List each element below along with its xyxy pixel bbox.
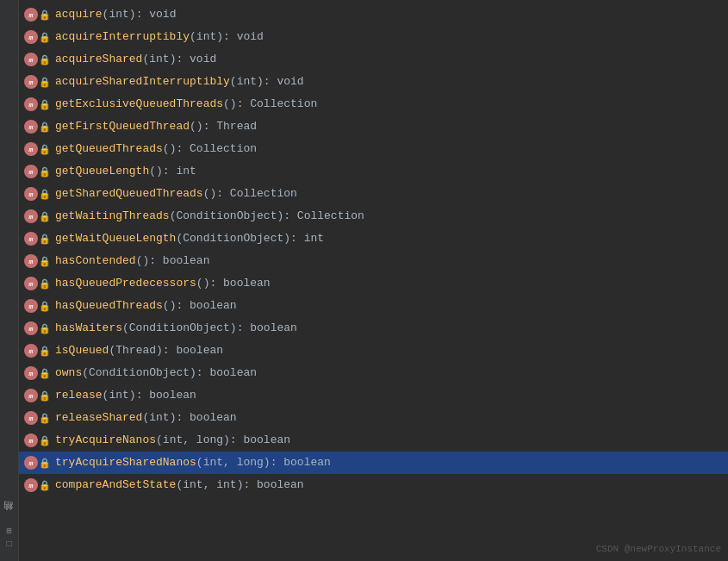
method-icon [24, 232, 38, 246]
method-params: () [149, 165, 163, 178]
method-params: (int) [190, 30, 223, 43]
method-icon [24, 30, 38, 44]
lock-icon: 🔒 [40, 323, 50, 333]
method-return: : boolean [237, 321, 297, 334]
method-icon [24, 142, 38, 156]
method-name: compareAndSetState [55, 478, 176, 491]
method-return: : boolean [271, 456, 331, 469]
method-signature: getWaitQueueLength(ConditionObject): int [55, 230, 324, 247]
method-row[interactable]: 🔒hasQueuedPredecessors(): boolean [19, 272, 728, 295]
lock-icon: 🔒 [40, 480, 50, 490]
method-row[interactable]: 🔒hasQueuedThreads(): boolean [19, 295, 728, 317]
method-return: : Collection [176, 142, 257, 155]
method-icon [24, 254, 38, 268]
method-signature: getSharedQueuedThreads(): Collection [55, 185, 297, 203]
method-return: : boolean [136, 389, 196, 402]
method-params: (ConditionObject) [176, 232, 290, 245]
method-row[interactable]: 🔒tryAcquireSharedNanos(int, long): boole… [19, 452, 728, 474]
method-signature: acquireInterruptibly(int): void [55, 28, 264, 46]
method-params: (int) [142, 53, 176, 65]
method-row[interactable]: 🔒getQueuedThreads(): Collection [19, 138, 728, 160]
method-row[interactable]: 🔒getWaitingThreads(ConditionObject): Col… [19, 205, 728, 228]
method-icon [24, 321, 38, 335]
method-icon [24, 366, 38, 380]
method-return: : Collection [216, 187, 297, 200]
method-row[interactable]: 🔒getExclusiveQueuedThreads(): Collection [19, 93, 728, 115]
method-params: (int, long) [156, 433, 230, 446]
method-params: () [163, 299, 177, 312]
method-signature: compareAndSetState(int, int): boolean [55, 477, 304, 494]
method-params: (ConditionObject) [122, 321, 237, 334]
method-name: isQueued [55, 344, 109, 357]
method-params: (int) [103, 389, 136, 402]
method-return: : boolean [149, 254, 209, 267]
lock-icon: 🔒 [40, 9, 50, 20]
method-row[interactable]: 🔒acquireSharedInterruptibly(int): void [19, 71, 728, 93]
method-return: : boolean [196, 366, 257, 379]
method-name: hasQueuedPredecessors [55, 277, 196, 290]
lock-icon: 🔒 [40, 144, 50, 154]
method-icon [24, 97, 38, 111]
method-icon [24, 53, 38, 66]
method-row[interactable]: 🔒getQueueLength(): int [19, 160, 728, 183]
lock-icon: 🔒 [40, 234, 50, 244]
method-name: getQueuedThreads [55, 142, 163, 155]
method-signature: isQueued(Thread): boolean [55, 342, 223, 359]
method-row[interactable]: 🔒compareAndSetState(int, int): boolean [19, 474, 728, 496]
lock-icon: 🔒 [40, 211, 50, 221]
lock-icon: 🔒 [40, 435, 50, 446]
method-row[interactable]: 🔒acquireInterruptibly(int): void [19, 26, 728, 48]
method-row[interactable]: 🔒hasWaiters(ConditionObject): boolean [19, 317, 728, 340]
method-signature: tryAcquireNanos(int, long): boolean [55, 432, 290, 449]
sidebar-icon-2[interactable]: □ [6, 539, 11, 549]
method-row[interactable]: 🔒owns(ConditionObject): boolean [19, 362, 728, 384]
method-row[interactable]: 🔒acquireShared(int): void [19, 48, 728, 71]
method-return: : boolean [176, 299, 236, 312]
method-return: : int [290, 232, 324, 245]
lock-icon: 🔒 [40, 99, 50, 109]
method-params: (ConditionObject) [82, 366, 196, 379]
method-row[interactable]: 🔒release(int): boolean [19, 384, 728, 407]
method-signature: tryAcquireSharedNanos(int, long): boolea… [55, 454, 331, 471]
method-row[interactable]: 🔒acquire(int): void [19, 3, 728, 26]
method-name: owns [55, 366, 82, 379]
method-row[interactable]: 🔒isQueued(Thread): boolean [19, 340, 728, 362]
method-return: : void [136, 8, 177, 21]
method-row[interactable]: 🔒getFirstQueuedThread(): Thread [19, 115, 728, 138]
method-row[interactable]: 🔒tryAcquireNanos(int, long): boolean [19, 429, 728, 452]
method-return: : void [264, 75, 304, 88]
method-row[interactable]: 🔒releaseShared(int): boolean [19, 407, 728, 429]
method-signature: getFirstQueuedThread(): Thread [55, 118, 257, 135]
method-signature: releaseShared(int): boolean [55, 409, 237, 427]
method-return: : Collection [237, 97, 318, 110]
method-name: hasQueuedThreads [55, 299, 163, 312]
method-return: : void [223, 30, 264, 43]
lock-icon: 🔒 [40, 256, 50, 266]
method-name: release [55, 389, 103, 402]
method-name: acquireShared [55, 53, 142, 65]
lock-icon: 🔒 [40, 413, 50, 423]
method-icon [24, 411, 38, 425]
method-name: getSharedQueuedThreads [55, 187, 203, 200]
method-return: : boolean [176, 411, 236, 424]
method-return: : int [163, 165, 196, 178]
sidebar-icon-1[interactable]: ⊞ [6, 526, 11, 536]
method-row[interactable]: 🔒getWaitQueueLength(ConditionObject): in… [19, 228, 728, 250]
method-icon [24, 433, 38, 447]
lock-icon: 🔒 [40, 122, 50, 132]
lock-icon: 🔒 [40, 346, 50, 356]
method-signature: acquire(int): void [55, 6, 176, 23]
method-signature: owns(ConditionObject): boolean [55, 365, 257, 382]
method-name: acquireSharedInterruptibly [55, 75, 230, 88]
method-row[interactable]: 🔒getSharedQueuedThreads(): Collection [19, 183, 728, 205]
lock-icon: 🔒 [40, 166, 50, 177]
method-name: acquireInterruptibly [55, 30, 190, 43]
method-icon [24, 165, 38, 178]
method-signature: acquireSharedInterruptibly(int): void [55, 73, 304, 90]
method-name: getWaitingThreads [55, 209, 170, 222]
method-params: () [223, 97, 237, 110]
lock-icon: 🔒 [40, 368, 50, 378]
method-row[interactable]: 🔒hasContended(): boolean [19, 250, 728, 272]
method-name: tryAcquireNanos [55, 433, 156, 446]
lock-icon: 🔒 [40, 390, 50, 401]
